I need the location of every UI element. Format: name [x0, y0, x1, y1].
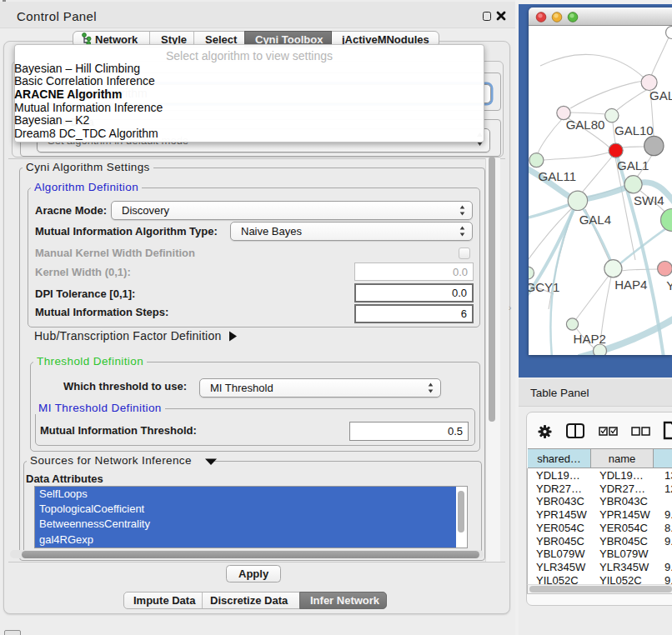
svg-text:GAL1: GAL1 [617, 158, 649, 172]
svg-text:HAP2: HAP2 [574, 332, 606, 346]
svg-text:GAL10: GAL10 [614, 123, 654, 138]
svg-text:GAL4: GAL4 [579, 212, 611, 227]
svg-text:GAL80: GAL80 [566, 118, 605, 132]
svg-text:SWI4: SWI4 [634, 193, 664, 208]
svg-text:GAL7: GAL7 [649, 88, 672, 102]
svg-text:GAL11: GAL11 [539, 169, 577, 183]
svg-text:HAP4: HAP4 [614, 278, 647, 292]
svg-text:GCY1: GCY1 [529, 280, 559, 294]
svg-text:Y: Y [666, 278, 672, 292]
